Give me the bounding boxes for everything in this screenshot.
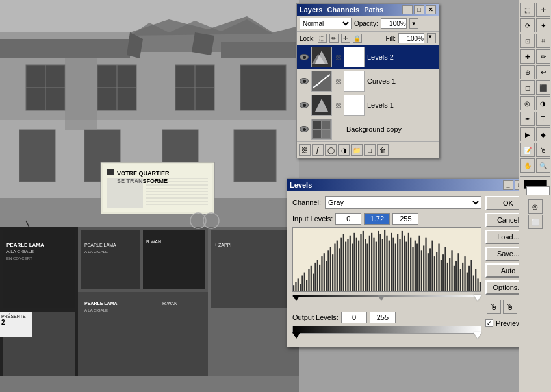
svg-rect-92 — [300, 284, 301, 291]
eyedropper-tool-btn[interactable]: 🖱 — [536, 143, 550, 157]
svg-rect-127 — [376, 242, 377, 291]
svg-rect-89 — [293, 285, 294, 291]
svg-rect-147 — [418, 236, 420, 291]
hand-tool-btn[interactable]: ✋ — [520, 158, 535, 173]
svg-rect-35 — [107, 169, 114, 175]
svg-rect-164 — [455, 261, 457, 291]
tab-paths[interactable]: Paths — [364, 6, 383, 14]
opacity-dropdown-btn[interactable]: ▼ — [409, 18, 418, 29]
svg-rect-111 — [340, 238, 342, 291]
layer-item-levels2[interactable]: ⛓ Levels 2 — [297, 45, 439, 69]
lock-pixels-btn[interactable]: ✏ — [329, 34, 339, 43]
svg-text:+ ZAPPI: + ZAPPI — [214, 243, 231, 247]
output-max-field[interactable] — [370, 312, 396, 323]
svg-rect-154 — [434, 256, 435, 291]
opacity-input[interactable] — [381, 18, 407, 29]
layer-name-levels1: Levels 1 — [367, 101, 437, 109]
layer-mask-levels1 — [344, 95, 365, 116]
layer-item-curves1[interactable]: ⛓ Curves 1 — [297, 69, 439, 93]
panel-minimize-btn[interactable]: _ — [402, 5, 413, 14]
tab-channels[interactable]: Channels — [327, 6, 360, 14]
zoom-tool-btn[interactable]: 🔍 — [536, 158, 550, 173]
quickmask-btn[interactable]: ◎ — [528, 199, 543, 214]
black-eyedropper-btn[interactable]: 🖱 — [487, 300, 501, 314]
blend-mode-select[interactable]: Normal Multiply Screen — [300, 18, 352, 29]
fill-label: Fill: — [385, 35, 396, 42]
type-tool-btn[interactable]: T — [536, 112, 550, 126]
path-select-btn[interactable]: ▶ — [520, 127, 535, 141]
slice-tool-btn[interactable]: ⌗ — [536, 34, 550, 48]
preview-label: Preview — [496, 319, 521, 327]
layer-item-levels1[interactable]: ⛓ Levels 1 — [297, 93, 439, 117]
svg-rect-152 — [429, 248, 431, 291]
layers-panel-titlebar: Layers Channels Paths _ □ ✕ — [297, 4, 439, 16]
heal-tool-btn[interactable]: ✚ — [520, 49, 535, 64]
lock-position-btn[interactable]: ✛ — [341, 34, 350, 43]
crop-tool-btn[interactable]: ⊡ — [520, 34, 535, 48]
lock-all-btn[interactable]: 🔒 — [353, 34, 362, 43]
svg-rect-155 — [436, 252, 437, 291]
add-style-btn[interactable]: ƒ — [312, 144, 324, 156]
svg-rect-173 — [475, 269, 476, 291]
layer-visibility-levels1[interactable] — [298, 99, 310, 111]
layer-visibility-background-copy[interactable] — [298, 123, 310, 135]
marquee-tool-btn[interactable]: ⬚ — [520, 3, 535, 17]
lock-transparency-btn[interactable]: ⬚ — [318, 34, 327, 43]
svg-rect-143 — [410, 238, 411, 291]
layer-chain-levels2: ⛓ — [335, 47, 342, 67]
panel-close-btn[interactable]: ✕ — [426, 5, 436, 14]
preview-checkbox[interactable]: ✓ — [485, 319, 493, 327]
fill-dropdown-btn[interactable]: ▼ — [427, 33, 436, 43]
tab-layers[interactable]: Layers — [300, 6, 322, 14]
shape-tool-btn[interactable]: ◆ — [536, 127, 550, 141]
new-layer-btn[interactable]: □ — [364, 144, 376, 156]
channel-select[interactable]: Gray RGB Red Green Blue — [325, 196, 481, 209]
history-brush-btn[interactable]: ↩ — [536, 65, 550, 79]
input-mid-field[interactable] — [364, 213, 390, 225]
delete-layer-btn[interactable]: 🗑 — [377, 144, 389, 156]
dodge-tool-btn[interactable]: ◑ — [536, 96, 550, 110]
output-levels-label: Output Levels: — [292, 313, 339, 321]
channel-row: Channel: Gray RGB Red Green Blue — [292, 196, 481, 209]
panel-maximize-btn[interactable]: □ — [414, 5, 424, 14]
notes-tool-btn[interactable]: 📝 — [520, 143, 535, 157]
layer-visibility-curves1[interactable] — [298, 75, 310, 87]
layer-visibility-levels2[interactable] — [298, 51, 310, 63]
svg-rect-80 — [344, 71, 364, 91]
svg-rect-137 — [397, 234, 398, 291]
brush-tool-btn[interactable]: ✏ — [536, 49, 550, 64]
lasso-tool-btn[interactable]: ⟳ — [520, 18, 535, 32]
svg-rect-115 — [350, 236, 351, 291]
svg-rect-95 — [306, 280, 307, 291]
input-min-field[interactable] — [335, 213, 361, 225]
svg-text:PRÉSENTE: PRÉSENTE — [1, 313, 26, 319]
screenmode-btn[interactable]: ⬜ — [528, 215, 543, 229]
new-group-btn[interactable]: 📁 — [351, 144, 363, 156]
pen-tool-btn[interactable]: ✒ — [520, 112, 535, 126]
photo-area: VOTRE QUARTIER SE TRANSFORME PEARLE LAMA… — [0, 0, 299, 392]
gray-eyedropper-btn[interactable]: 🖱 — [503, 300, 517, 314]
svg-rect-131 — [384, 230, 385, 291]
magic-wand-btn[interactable]: ✦ — [536, 18, 550, 32]
eraser-tool-btn[interactable]: ◻ — [520, 80, 535, 95]
move-tool-btn[interactable]: ✛ — [536, 3, 550, 17]
input-max-field[interactable] — [392, 213, 418, 225]
svg-rect-148 — [421, 250, 422, 291]
layer-item-background-copy[interactable]: Background copy — [297, 117, 439, 141]
svg-rect-117 — [353, 233, 355, 291]
svg-rect-159 — [444, 247, 446, 291]
svg-rect-90 — [295, 282, 296, 291]
blur-tool-btn[interactable]: ◎ — [520, 96, 535, 110]
add-mask-btn[interactable]: ◯ — [325, 144, 337, 156]
svg-rect-158 — [442, 254, 444, 291]
fill-tool-btn[interactable]: ⬛ — [536, 80, 550, 95]
new-adjustment-btn[interactable]: ◑ — [338, 144, 350, 156]
link-layers-btn[interactable]: ⛓ — [299, 144, 311, 156]
fill-input[interactable] — [398, 33, 424, 43]
svg-rect-123 — [366, 244, 368, 292]
output-min-field[interactable] — [341, 312, 367, 323]
svg-rect-60 — [81, 230, 140, 289]
clone-tool-btn[interactable]: ⊕ — [520, 65, 535, 79]
svg-rect-104 — [326, 261, 327, 291]
levels-minimize-btn[interactable]: _ — [503, 180, 513, 190]
